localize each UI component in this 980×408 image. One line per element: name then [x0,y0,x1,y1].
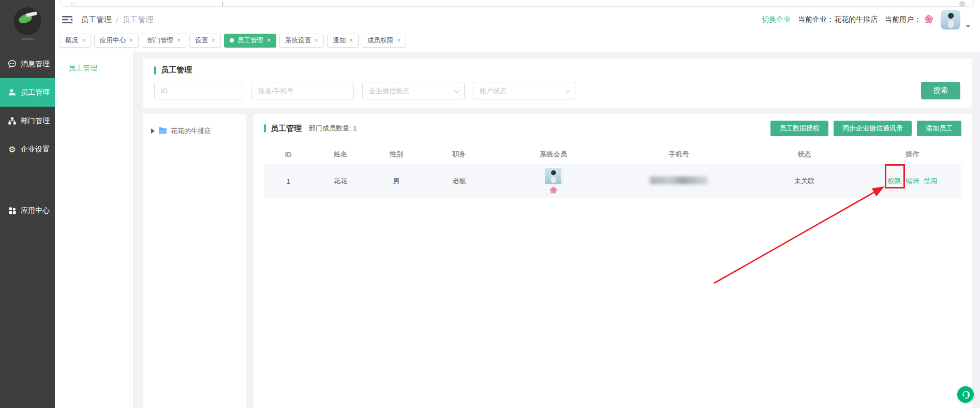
headset-icon [961,390,971,400]
tab-app-center[interactable]: 应用中心× [94,34,139,48]
breadcrumb-parent[interactable]: 员工管理 [81,15,112,25]
active-tab-dot [230,38,234,42]
content-row: 员工管理 员工管理 [55,52,980,408]
user-avatar[interactable] [941,10,960,30]
employee-table-card: 员工管理 部门成员数量: 1 员工数据授权 同步企业微信通讯录 添加员工 ID [254,114,972,408]
customer-service-button[interactable] [957,386,974,403]
sidebar-item-departments[interactable]: 部门管理 [0,107,55,135]
current-company: 当前企业：花花的牛排店 [798,15,878,24]
current-company-label: 当前企业： [798,15,834,23]
tab-close-icon[interactable]: × [349,37,353,44]
table-row: 1 花花 男 老板 [264,164,961,198]
tab-overview[interactable]: 概况× [60,34,91,48]
gear-icon: ⚙ [8,145,17,154]
tab-employees-active[interactable]: 员工管理× [224,34,276,48]
cell-position: 老板 [424,177,494,186]
cherry-blossom-icon [924,14,933,25]
permission-link[interactable]: 权限 [888,177,901,185]
search-button[interactable]: 搜索 [921,82,960,99]
sidebar-item-company-settings[interactable]: ⚙ 企业设置 [0,135,55,164]
cell-gender: 男 [368,177,424,186]
tab-departments[interactable]: 部门管理× [142,34,186,48]
main-area: 员工管理 / 员工管理 切换企业 当前企业：花花的牛排店 当前用户： 概况× 应… [55,0,980,408]
member-count: 部门成员数量: 1 [309,124,357,133]
tab-close-icon[interactable]: × [129,37,133,44]
department-tree-card: 花花的牛排店 [143,114,246,408]
col-header-id: ID [264,151,313,158]
sidebar-item-app-center[interactable]: 应用中心 [0,196,55,225]
tab-close-icon[interactable]: × [267,37,271,44]
overlay-dot [959,1,965,7]
col-header-member: 系统会员 [494,150,613,159]
sidebar-item-employees[interactable]: 员工管理 [0,78,55,107]
cherry-blossom-icon [550,186,557,196]
account-status-select[interactable] [473,82,575,99]
disable-link[interactable]: 禁用 [924,177,938,186]
breadcrumb-current: 员工管理 [122,15,153,25]
member-avatar [544,167,562,185]
tab-member-permissions[interactable]: 成员权限× [362,34,406,48]
sidebar-item-label: 员工管理 [21,88,50,97]
cell-name: 花花 [313,177,368,186]
filter-card: 员工管理 搜索 [143,59,972,108]
tab-close-icon[interactable]: × [397,37,400,44]
sidebar-item-messages[interactable]: 消息管理 [0,50,55,78]
col-header-status: 状态 [745,150,864,159]
wechat-status-select[interactable] [362,82,465,99]
submenu-item-employees[interactable]: 员工管理 [68,64,133,73]
app-window: 消息管理 员工管理 部门管理 ⚙ 企业设置 [0,0,980,408]
employee-data-auth-button[interactable]: 员工数据授权 [770,121,828,136]
topbar-right: 切换企业 当前企业：花花的牛排店 当前用户： [762,10,971,30]
current-user-label: 当前用户： [885,15,921,24]
overlay-tick [222,2,223,6]
id-input[interactable] [154,82,243,99]
add-employee-button[interactable]: 添加员工 [917,121,961,136]
tab-label: 成员权限 [367,36,393,45]
sidebar-nav: 消息管理 员工管理 部门管理 ⚙ 企业设置 [0,50,55,225]
tab-label: 系统设置 [285,36,311,45]
breadcrumb-separator: / [116,16,118,24]
cell-id: 1 [264,178,313,185]
edit-link[interactable]: 编辑 [906,177,919,186]
account-status-select-wrap [473,82,575,99]
title-accent-bar [264,124,266,133]
tab-notifications[interactable]: 通知× [327,34,359,48]
table-title: 员工管理 [271,124,302,134]
tab-close-icon[interactable]: × [212,37,215,44]
avatar-image [545,168,561,184]
employee-table: ID 姓名 性别 职务 系统会员 手机号 状态 操作 1 [264,144,961,198]
member-count-value: 1 [353,124,357,132]
tab-close-icon[interactable]: × [315,37,318,44]
tree-node-root[interactable]: 花花的牛排店 [151,126,241,136]
name-phone-input[interactable] [251,82,354,99]
switch-company-link[interactable]: 切换企业 [762,15,791,24]
col-header-phone: 手机号 [613,150,745,159]
grid-squares-icon [8,206,17,215]
tab-label: 部门管理 [147,36,173,45]
tab-label: 通知 [333,36,346,45]
tab-close-icon[interactable]: × [177,37,181,44]
tab-system-settings[interactable]: 系统设置× [279,34,324,48]
sidebar-collapse-icon[interactable] [62,15,72,24]
cell-phone [613,177,745,186]
tree-node-label: 花花的牛排店 [171,126,211,136]
tab-settings[interactable]: 设置× [189,34,221,48]
filter-title: 员工管理 [161,65,192,75]
lower-panels: 花花的牛排店 员工管理 部门成员数量: 1 员工数据授权 同步企业微信通讯录 添… [143,114,972,408]
wechat-status-select-wrap [362,82,465,99]
overlay-circle [71,2,75,6]
tabbar: 概况× 应用中心× 部门管理× 设置× 员工管理× 系统设置× 通知× 成员权限… [55,32,980,52]
permission-link-wrap: 权限 [888,177,901,186]
col-header-position: 职务 [424,150,494,159]
sitemap-icon [8,116,17,125]
breadcrumb: 员工管理 / 员工管理 [81,15,153,25]
tab-close-icon[interactable]: × [82,37,85,44]
cell-actions: 权限 编辑 禁用 [864,177,961,186]
redacted-phone [650,177,708,184]
tree-expand-caret-icon[interactable] [151,128,155,134]
sidebar-item-label: 消息管理 [21,60,50,69]
user-menu-caret-icon[interactable] [966,25,971,28]
sync-wechat-contacts-button[interactable]: 同步企业微信通讯录 [834,121,912,136]
title-accent-bar [154,66,156,75]
folder-icon [158,127,167,136]
